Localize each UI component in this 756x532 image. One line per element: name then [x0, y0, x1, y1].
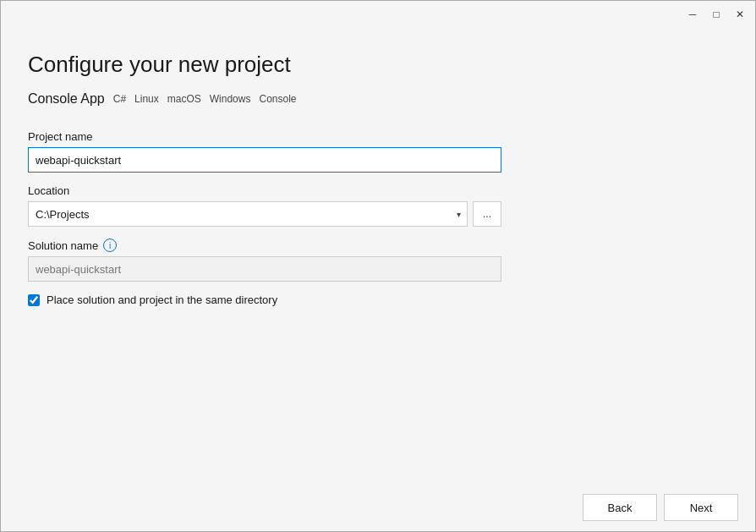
tag-windows: Windows [210, 93, 251, 105]
same-directory-checkbox[interactable] [28, 294, 40, 306]
next-button[interactable]: Next [664, 494, 738, 521]
tag-csharp: C# [113, 93, 126, 105]
solution-name-input[interactable] [28, 256, 501, 282]
location-select[interactable]: C:\Projects [28, 201, 468, 227]
solution-name-label: Solution name [28, 239, 98, 252]
back-button[interactable]: Back [583, 494, 657, 521]
solution-name-label-row: Solution name i [28, 239, 728, 252]
title-bar: ─ □ ✕ [1, 1, 755, 28]
close-button[interactable]: ✕ [728, 3, 752, 26]
main-window: ─ □ ✕ Configure your new project Console… [0, 0, 756, 532]
footer: Back Next [1, 484, 755, 531]
page-title: Configure your new project [28, 52, 728, 78]
app-name-label: Console App [28, 91, 105, 107]
project-name-input[interactable] [28, 147, 501, 173]
tag-linux: Linux [134, 93, 159, 105]
browse-button[interactable]: ... [473, 201, 501, 227]
tag-console: Console [259, 93, 296, 105]
content-area: Configure your new project Console App C… [1, 28, 755, 484]
location-label: Location [28, 184, 728, 197]
subtitle-row: Console App C# Linux macOS Windows Conso… [28, 91, 728, 107]
location-row: C:\Projects ▾ ... [28, 201, 501, 227]
minimize-button[interactable]: ─ [681, 3, 704, 26]
project-name-label: Project name [28, 130, 728, 143]
maximize-button[interactable]: □ [704, 3, 728, 26]
form: Project name Location C:\Projects ▾ ... … [28, 130, 728, 306]
same-directory-row: Place solution and project in the same d… [28, 293, 728, 306]
same-directory-label[interactable]: Place solution and project in the same d… [47, 293, 277, 306]
location-select-wrapper: C:\Projects ▾ [28, 201, 468, 227]
tag-macos: macOS [167, 93, 201, 105]
info-icon: i [103, 239, 117, 252]
